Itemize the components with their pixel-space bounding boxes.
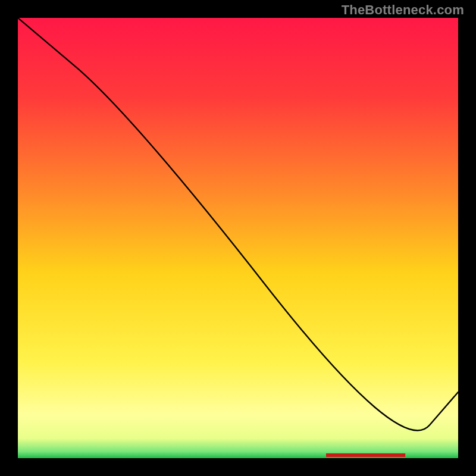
minimum-marker — [326, 453, 405, 457]
plot-svg — [18, 18, 458, 458]
plot-frame — [18, 18, 458, 458]
watermark-text: TheBottleneck.com — [342, 2, 464, 18]
gradient-background — [18, 18, 458, 458]
chart-stage: TheBottleneck.com — [0, 0, 476, 476]
